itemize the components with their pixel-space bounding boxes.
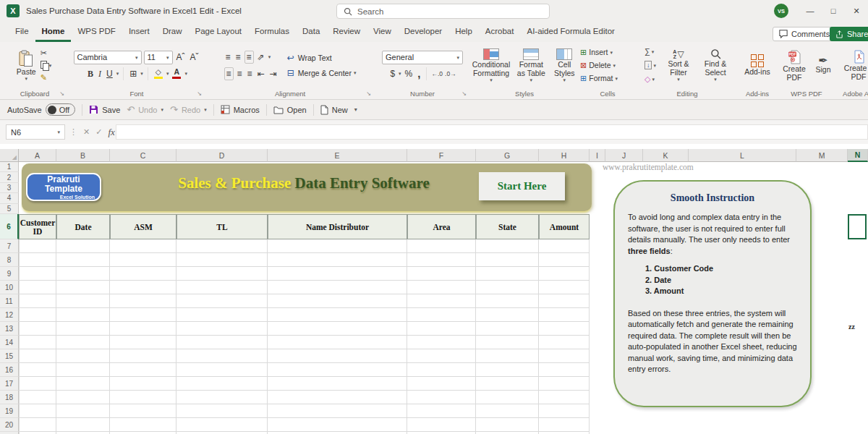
fill-color-button[interactable]: ◇ <box>153 68 164 79</box>
cell[interactable] <box>19 377 56 391</box>
cell[interactable] <box>110 267 176 281</box>
font-launcher[interactable]: ↘ <box>197 91 202 97</box>
cell[interactable] <box>539 267 590 281</box>
cell-styles-button[interactable]: Cell Styles ▾ <box>552 48 577 82</box>
row-header-2[interactable]: 2 <box>0 172 19 182</box>
cell[interactable] <box>268 349 407 363</box>
column-header-d[interactable]: D <box>176 149 268 162</box>
cell[interactable] <box>176 363 268 377</box>
search-input[interactable]: Search <box>336 4 550 19</box>
cell[interactable] <box>19 308 56 322</box>
tab-data[interactable]: Data <box>296 22 326 42</box>
row-header-16[interactable]: 16 <box>0 363 19 377</box>
cell[interactable] <box>407 308 476 322</box>
percent-style-button[interactable]: % <box>404 68 414 80</box>
borders-button[interactable]: ⊞ <box>128 68 138 80</box>
insert-function-icon[interactable]: fx <box>108 127 114 138</box>
column-header-c[interactable]: C <box>110 149 176 162</box>
cell[interactable] <box>56 253 110 267</box>
cell[interactable] <box>268 294 407 308</box>
align-center-button[interactable]: ≡ <box>236 68 244 80</box>
row-header-10[interactable]: 10 <box>0 281 19 294</box>
delete-cells-button[interactable]: ⊠Delete▾ <box>580 59 616 72</box>
accounting-dropdown-icon[interactable]: ▾ <box>399 71 401 76</box>
redo-button[interactable]: ↷ Redo ▾ <box>170 104 207 115</box>
table-header-amount[interactable]: Amount <box>539 214 590 239</box>
cell[interactable] <box>539 349 590 363</box>
row-header-20[interactable]: 20 <box>0 418 19 432</box>
cell[interactable] <box>176 267 268 281</box>
cell[interactable] <box>110 363 176 377</box>
row-header-13[interactable]: 13 <box>0 322 19 336</box>
name-box[interactable]: N6 ▾ <box>6 124 65 140</box>
cell[interactable] <box>56 239 110 253</box>
cell[interactable] <box>407 294 476 308</box>
sign-button[interactable]: ✒ Sign <box>814 56 833 74</box>
column-header-g[interactable]: G <box>476 149 539 162</box>
cell[interactable] <box>110 404 176 418</box>
table-header-asm[interactable]: ASM <box>110 214 176 239</box>
decrease-indent-button[interactable]: ⇤ <box>256 68 266 80</box>
cell[interactable] <box>110 322 176 336</box>
cell[interactable] <box>19 267 56 281</box>
start-here-button[interactable]: Start Here <box>479 172 565 200</box>
cell[interactable] <box>268 281 407 294</box>
table-header-name-distributor[interactable]: Name Distributor <box>268 214 407 239</box>
row-header-12[interactable]: 12 <box>0 308 19 322</box>
macros-button[interactable]: Macros <box>221 105 260 114</box>
cell[interactable] <box>476 281 539 294</box>
cell[interactable] <box>476 239 539 253</box>
cell[interactable] <box>407 377 476 391</box>
cell[interactable] <box>56 418 110 432</box>
toolbar-overflow-icon[interactable]: ▾ <box>354 106 357 113</box>
row-header-1[interactable]: 1 <box>0 162 19 172</box>
accounting-format-button[interactable]: $ <box>388 68 396 80</box>
table-header-area[interactable]: Area <box>407 214 476 239</box>
tab-formulas[interactable]: Formulas <box>248 22 296 42</box>
cell[interactable] <box>56 267 110 281</box>
fill-button[interactable]: ↓▾ <box>643 59 658 72</box>
avatar[interactable]: VS <box>774 4 788 18</box>
cell[interactable] <box>176 239 268 253</box>
find-select-button[interactable]: Find & Select ▾ <box>699 48 731 82</box>
new-button[interactable]: New <box>320 105 348 115</box>
column-header-h[interactable]: H <box>539 149 590 162</box>
cell[interactable] <box>476 349 539 363</box>
autosave-toggle[interactable]: AutoSave Off <box>7 103 75 116</box>
cancel-icon[interactable]: ✕ <box>83 127 90 137</box>
cell[interactable] <box>268 363 407 377</box>
cell[interactable] <box>539 363 590 377</box>
cell[interactable] <box>476 308 539 322</box>
cell[interactable] <box>476 363 539 377</box>
format-painter-button[interactable]: ✎ <box>39 72 54 84</box>
row-header-14[interactable]: 14 <box>0 336 19 349</box>
row-header-15[interactable]: 15 <box>0 349 19 363</box>
create-pdf-button[interactable]: PDF Create PDF <box>780 49 808 82</box>
borders-dropdown-icon[interactable]: ▾ <box>140 71 143 76</box>
table-header-tl[interactable]: TL <box>176 214 268 239</box>
cell[interactable] <box>539 377 590 391</box>
tab-help[interactable]: Help <box>448 22 479 42</box>
clipboard-launcher[interactable]: ↘ <box>59 91 64 97</box>
insert-cells-button[interactable]: ⊞Insert▾ <box>580 46 613 59</box>
cell[interactable] <box>110 377 176 391</box>
row-header-5[interactable]: 5 <box>0 204 19 214</box>
cell[interactable] <box>110 253 176 267</box>
column-header-i[interactable]: I <box>590 149 605 162</box>
cell[interactable] <box>19 418 56 432</box>
number-launcher[interactable]: ↘ <box>461 91 467 97</box>
cell[interactable] <box>539 294 590 308</box>
cell[interactable] <box>56 308 110 322</box>
cell[interactable] <box>56 336 110 349</box>
clear-button[interactable]: ◇▾ <box>643 73 658 85</box>
row-header-9[interactable]: 9 <box>0 267 19 281</box>
select-all-button[interactable]: ◢ <box>0 149 19 162</box>
undo-button[interactable]: ↶ Undo ▾ <box>127 104 163 115</box>
column-header-n[interactable]: N <box>848 149 868 162</box>
cell[interactable] <box>268 253 407 267</box>
row-header-18[interactable]: 18 <box>0 391 19 404</box>
cell[interactable] <box>476 294 539 308</box>
increase-indent-button[interactable]: ⇥ <box>268 68 278 80</box>
cell[interactable] <box>268 322 407 336</box>
comma-style-button[interactable]: , <box>416 68 422 80</box>
